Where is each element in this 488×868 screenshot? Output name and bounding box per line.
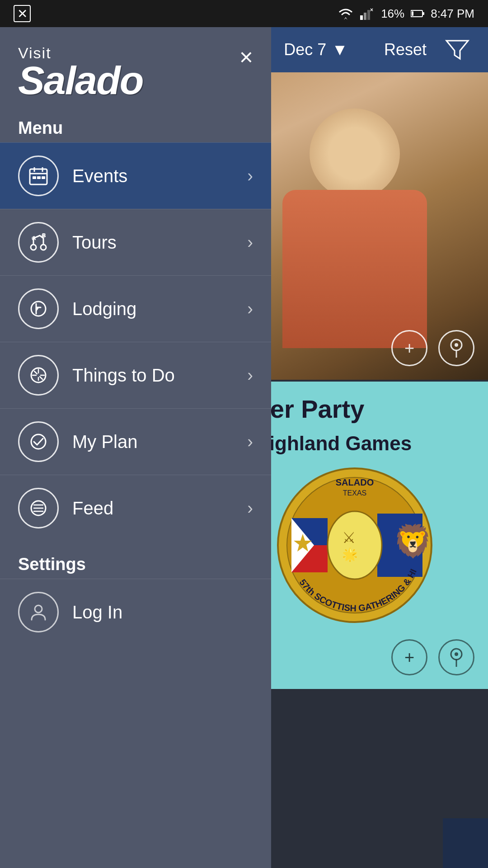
- lodging-label: Lodging: [72, 299, 247, 319]
- svg-text:🌟: 🌟: [342, 547, 358, 562]
- svg-point-22: [455, 652, 458, 656]
- signal-icon: ×: [360, 7, 375, 20]
- scottish-gathering-logo: 🦁 ⚔ 🌟 57th SCOTTISH GATHERING & HIGHLAND…: [264, 464, 445, 645]
- battery-icon: [411, 9, 424, 18]
- status-bar-right: × 16% 8:47 PM: [338, 7, 474, 21]
- feed-chevron: ›: [247, 499, 253, 518]
- svg-text:A: A: [32, 235, 36, 241]
- svg-text:🦁: 🦁: [393, 523, 433, 560]
- close-icon[interactable]: ✕: [14, 5, 31, 22]
- lodging-chevron: ›: [247, 299, 253, 319]
- svg-marker-7: [446, 41, 468, 59]
- lodging-icon: [18, 288, 59, 329]
- card-2-add-button[interactable]: +: [391, 639, 427, 675]
- bottom-tab-bar: Map: [443, 818, 488, 868]
- date-filter-arrow: ▼: [332, 40, 348, 59]
- svg-text:TEXAS: TEXAS: [343, 489, 366, 497]
- svg-rect-5: [422, 12, 424, 15]
- svg-text:B: B: [42, 232, 46, 239]
- svg-text:SALADO: SALADO: [336, 477, 374, 487]
- sidebar-item-feed[interactable]: Feed ›: [0, 475, 271, 541]
- card-1-actions: +: [391, 330, 474, 366]
- my-plan-icon: [18, 421, 59, 462]
- svg-point-34: [31, 245, 36, 250]
- close-sidebar-button[interactable]: ×: [239, 45, 253, 69]
- events-label: Events: [72, 166, 247, 186]
- time-display: 8:47 PM: [431, 7, 474, 21]
- date-filter[interactable]: Dec 7 ▼: [284, 40, 348, 59]
- reset-button[interactable]: Reset: [384, 40, 427, 59]
- events-chevron: ›: [247, 166, 253, 186]
- svg-point-9: [455, 343, 458, 347]
- login-icon: [18, 592, 59, 632]
- things-to-do-icon: [18, 355, 59, 396]
- my-plan-label: My Plan: [72, 432, 247, 452]
- tours-icon: A B: [18, 222, 59, 263]
- svg-rect-33: [42, 176, 45, 179]
- svg-point-40: [31, 302, 46, 316]
- tours-chevron: ›: [247, 233, 253, 252]
- svg-rect-31: [33, 176, 36, 179]
- logo-salado-text: Salado: [18, 61, 253, 100]
- svg-text:⚔: ⚔: [342, 529, 356, 546]
- card-2-location-button[interactable]: [438, 639, 474, 675]
- things-to-do-chevron: ›: [247, 366, 253, 385]
- sidebar: Visit Salado × Menu Events ›: [0, 27, 271, 868]
- sidebar-item-events[interactable]: Events ›: [0, 142, 271, 209]
- filter-icon[interactable]: [445, 37, 470, 62]
- settings-section-label: Settings: [0, 541, 271, 579]
- status-bar-left: ✕: [14, 5, 31, 22]
- sidebar-item-things-to-do[interactable]: Things to Do ›: [0, 342, 271, 408]
- feed-icon: [18, 488, 59, 528]
- events-icon: [18, 156, 59, 196]
- svg-point-35: [41, 245, 46, 250]
- my-plan-chevron: ›: [247, 432, 253, 452]
- battery-percent: 16%: [381, 7, 404, 21]
- main-container: Dec 7 ▼ Reset ...ng: [0, 27, 488, 868]
- card-1-add-button[interactable]: +: [391, 330, 427, 366]
- svg-rect-1: [364, 13, 366, 20]
- tours-label: Tours: [72, 232, 247, 253]
- login-label[interactable]: Log In: [72, 602, 122, 623]
- status-bar: ✕ × 16% 8:47 PM: [0, 0, 488, 27]
- logo: Visit Salado: [18, 45, 253, 100]
- svg-rect-32: [37, 176, 41, 179]
- svg-text:×: ×: [370, 7, 373, 13]
- feed-label: Feed: [72, 498, 247, 519]
- sidebar-item-login[interactable]: Log In: [0, 579, 271, 645]
- logo-area: Visit Salado ×: [0, 27, 271, 109]
- svg-rect-6: [412, 11, 413, 16]
- card-1-location-button[interactable]: [438, 330, 474, 366]
- sidebar-item-my-plan[interactable]: My Plan ›: [0, 408, 271, 475]
- sidebar-item-lodging[interactable]: Lodging ›: [0, 275, 271, 342]
- card-2-actions: +: [391, 639, 474, 675]
- svg-rect-0: [360, 15, 363, 20]
- date-filter-label[interactable]: Dec 7: [284, 40, 326, 59]
- menu-section-label: Menu: [0, 109, 271, 142]
- wifi-icon: [338, 7, 354, 20]
- sidebar-item-tours[interactable]: A B Tours ›: [0, 209, 271, 275]
- things-to-do-label: Things to Do: [72, 365, 247, 386]
- svg-point-47: [35, 605, 42, 613]
